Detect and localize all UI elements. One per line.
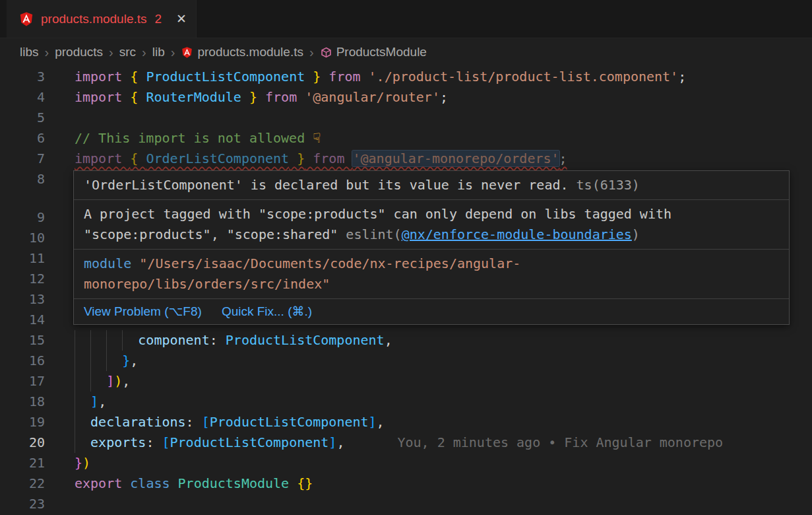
hover-actions: View Problem (⌥F8)Quick Fix... (⌘.) [74, 299, 789, 324]
line-number[interactable]: 10 [0, 228, 45, 248]
code-token: import [75, 89, 130, 105]
breadcrumb-item-products-module-ts[interactable]: products.module.ts [181, 45, 303, 59]
line-number[interactable]: 5 [0, 108, 45, 128]
code-line-23[interactable]: 23 [0, 494, 812, 514]
code-token: ) [114, 373, 122, 389]
angular-icon [18, 11, 34, 27]
pointing-down-emoji: ☟ [313, 130, 321, 146]
hover-section-3: module "/Users/isaac/Documents/code/nx-r… [74, 250, 789, 299]
code-token: , [98, 394, 106, 409]
line-number[interactable]: 16 [0, 351, 45, 371]
code-token: from [305, 151, 352, 166]
code-token [289, 475, 297, 491]
tab-bar: products.module.ts 2 ✕ [0, 0, 812, 38]
code-line-17[interactable]: 17]), [0, 371, 812, 392]
line-number[interactable]: 6 [0, 128, 45, 149]
hover-popup: 'OrderListComponent' is declared but its… [73, 170, 790, 325]
code-token: ProductListComponent [146, 69, 305, 85]
code-token: : [186, 414, 202, 430]
line-number[interactable]: 4 [0, 87, 45, 108]
git-blame-annotation: You, 2 minutes ago • Fix Angular monorep… [344, 434, 723, 450]
hover-text: "/Users/isaac/Documents/code/nx-recipes/… [139, 256, 520, 271]
breadcrumb-item-libs[interactable]: libs [20, 45, 39, 59]
breadcrumb-item-productsmodule[interactable]: ProductsModule [320, 45, 427, 59]
breadcrumb-label: libs [20, 45, 39, 59]
code-token: from [257, 89, 305, 105]
line-number[interactable]: 8 [0, 169, 45, 189]
code-line-4[interactable]: 4import { RouterModule } from '@angular/… [0, 87, 812, 108]
code-token: component [138, 332, 209, 348]
hover-text: A project tagged with "scope:products" c… [84, 206, 671, 222]
indent-guides [75, 412, 90, 432]
code-token: ] [90, 394, 98, 409]
line-content: ]), [45, 371, 130, 392]
hover-text: "scope:products", "scope:shared" [84, 226, 346, 242]
hover-section-1: 'OrderListComponent' is declared but its… [74, 171, 789, 200]
hover-text: ) [632, 226, 640, 242]
hover-word-highlight: '@angular-monorepo/orders' [352, 151, 559, 166]
line-number[interactable]: 20 [0, 432, 45, 453]
line-number[interactable]: 13 [0, 289, 45, 310]
code-token: export [75, 475, 122, 491]
close-icon[interactable]: ✕ [176, 11, 187, 26]
code-line-5[interactable]: 5 [0, 108, 812, 128]
line-content [45, 108, 75, 128]
code-token: import [75, 151, 130, 166]
code-token: ProductListComponent [210, 414, 369, 430]
line-number[interactable]: 15 [0, 330, 45, 351]
hover-text: eslint( [346, 226, 401, 242]
code-token: OrderListComponent [146, 151, 289, 166]
code-token: { [130, 89, 146, 105]
tab-products-module-ts[interactable]: products.module.ts 2 ✕ [7, 0, 197, 38]
code-token: ] [328, 434, 336, 450]
line-number[interactable]: 18 [0, 392, 45, 412]
code-token: ] [106, 373, 114, 389]
code-line-21[interactable]: 21}) [0, 453, 812, 473]
code-line-16[interactable]: 16}, [0, 351, 812, 371]
view-problem-action[interactable]: View Problem (⌥F8) [84, 302, 202, 321]
code-token: , [122, 373, 130, 389]
line-number[interactable]: 3 [0, 67, 45, 87]
line-number[interactable]: 23 [0, 494, 45, 514]
line-number[interactable]: 12 [0, 269, 45, 289]
line-content [45, 494, 75, 514]
code-token: } [289, 151, 305, 166]
code-line-22[interactable]: 22export class ProductsModule {} [0, 473, 812, 494]
line-number[interactable]: 7 [0, 149, 45, 169]
code-token: } [241, 89, 257, 105]
code-line-15[interactable]: 15component: ProductListComponent, [0, 330, 812, 351]
line-number[interactable]: 17 [0, 371, 45, 392]
code-token: RouterModule [146, 89, 241, 105]
code-token: ProductListComponent [226, 332, 385, 348]
eslint-rule-link[interactable]: @nx/enforce-module-boundaries [402, 226, 632, 242]
line-number[interactable]: 22 [0, 473, 45, 494]
line-number[interactable]: 14 [0, 310, 45, 330]
indent-guides [75, 371, 106, 392]
line-number[interactable]: 21 [0, 453, 45, 473]
code-line-6[interactable]: 6// This import is not allowed ☟ [0, 128, 812, 149]
code-line-3[interactable]: 3import { ProductListComponent } from '.… [0, 67, 812, 87]
hover-text: monorepo/libs/orders/src/index" [84, 276, 330, 292]
code-line-18[interactable]: 18], [0, 392, 812, 412]
line-number[interactable]: 11 [0, 248, 45, 269]
line-number[interactable]: 19 [0, 412, 45, 432]
code-line-20[interactable]: 20exports: [ProductListComponent],You, 2… [0, 432, 812, 453]
line-content: exports: [ProductListComponent],You, 2 m… [45, 432, 723, 453]
breadcrumb-item-src[interactable]: src [119, 45, 136, 59]
code-token: '@angular/router' [305, 89, 440, 105]
breadcrumb-item-products[interactable]: products [55, 45, 103, 59]
code-line-19[interactable]: 19declarations: [ProductListComponent], [0, 412, 812, 432]
breadcrumb-item-lib[interactable]: lib [152, 45, 165, 59]
code-line-7[interactable]: 7import { OrderListComponent } from '@an… [0, 149, 812, 169]
code-token: : [210, 332, 226, 348]
line-content: }) [45, 453, 90, 473]
line-number[interactable]: 9 [0, 207, 45, 228]
line-content [45, 248, 75, 269]
quick-fix-action[interactable]: Quick Fix... (⌘.) [222, 302, 312, 321]
line-content [45, 207, 75, 228]
chevron-right-icon: › [142, 45, 146, 60]
line-content [45, 310, 75, 330]
line-content: component: ProductListComponent, [45, 330, 392, 351]
line-content: import { OrderListComponent } from '@ang… [45, 149, 567, 169]
breadcrumb-label: products [55, 45, 103, 59]
